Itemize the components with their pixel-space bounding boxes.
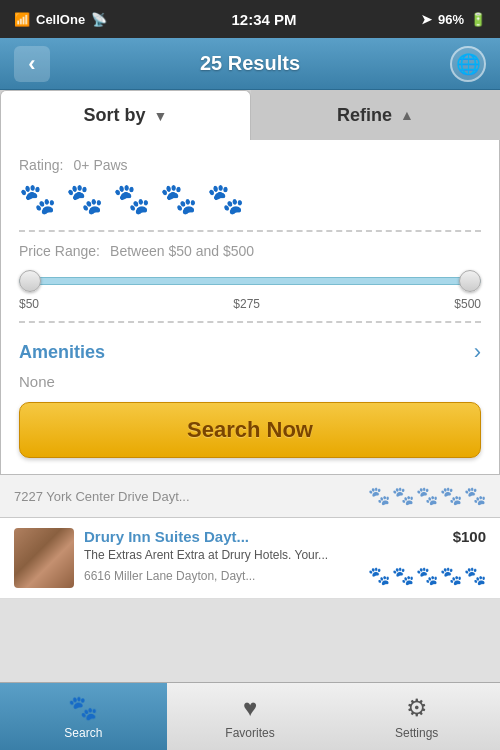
tab-bar: 🐾 Search ♥ Favorites ⚙ Settings	[0, 682, 500, 750]
amenities-label: Amenities	[19, 342, 105, 363]
paw-tab-icon: 🐾	[68, 694, 98, 722]
location-icon: ➤	[421, 12, 432, 27]
amenities-chevron-icon: ›	[474, 339, 481, 365]
price-range-label: Price Range: Between $50 and $500	[19, 242, 481, 259]
result-price: $100	[453, 528, 486, 545]
result-thumbnail	[14, 528, 74, 588]
back-button[interactable]: ‹	[14, 46, 50, 82]
result-description: The Extras Arent Extra at Drury Hotels. …	[84, 548, 486, 562]
gear-icon: ⚙	[406, 694, 428, 722]
divider-1	[19, 230, 481, 232]
chevron-up-icon: ▲	[400, 107, 414, 123]
tab-favorites-label: Favorites	[225, 726, 274, 740]
filter-panel: Rating: 0+ Paws 🐾 🐾 🐾 🐾 🐾 Price Range: B…	[0, 140, 500, 475]
paw-1[interactable]: 🐾	[19, 181, 56, 216]
price-min-label: $50	[19, 297, 39, 311]
signal-icon: 📶	[14, 12, 30, 27]
page-title: 25 Results	[200, 52, 300, 75]
result-row-drury[interactable]: Drury Inn Suites Dayt... $100 The Extras…	[0, 518, 500, 599]
tab-sort-by[interactable]: Sort by ▼	[0, 90, 251, 140]
wifi-icon: 📡	[91, 12, 107, 27]
paw-rating-row[interactable]: 🐾 🐾 🐾 🐾 🐾	[19, 181, 481, 216]
paw-3[interactable]: 🐾	[113, 181, 150, 216]
status-battery: ➤ 96% 🔋	[421, 12, 486, 27]
amenities-row[interactable]: Amenities ›	[19, 333, 481, 371]
paw-2[interactable]: 🐾	[66, 181, 103, 216]
slider-thumb-right[interactable]	[459, 270, 481, 292]
status-carrier: 📶 CellOne 📡	[14, 12, 107, 27]
back-arrow-icon: ‹	[28, 51, 35, 77]
result-address: 6616 Miller Lane Dayton, Dayt...	[84, 569, 255, 583]
tab-refine[interactable]: Refine ▲	[251, 90, 500, 140]
paw-mini-row-faded: 🐾 🐾 🐾 🐾 🐾	[368, 485, 486, 507]
filter-tabs: Sort by ▼ Refine ▲	[0, 90, 500, 140]
result-address-faded: 7227 York Center Drive Dayt...	[14, 489, 368, 504]
paw-4[interactable]: 🐾	[160, 181, 197, 216]
tab-settings-label: Settings	[395, 726, 438, 740]
chevron-down-icon: ▼	[154, 108, 168, 124]
divider-2	[19, 321, 481, 323]
slider-track	[19, 277, 481, 285]
price-max-label: $500	[454, 297, 481, 311]
price-slider[interactable]	[19, 269, 481, 293]
battery-icon: 🔋	[470, 12, 486, 27]
search-now-button[interactable]: Search Now	[19, 402, 481, 458]
result-row-faded: 7227 York Center Drive Dayt... 🐾 🐾 🐾 🐾 🐾	[0, 475, 500, 518]
result-info: Drury Inn Suites Dayt... $100 The Extras…	[84, 528, 486, 587]
price-mid-label: $275	[233, 297, 260, 311]
rating-label: Rating: 0+ Paws	[19, 156, 481, 173]
tab-settings[interactable]: ⚙ Settings	[333, 683, 500, 750]
globe-button[interactable]: 🌐	[450, 46, 486, 82]
result-paw-row: 🐾 🐾 🐾 🐾 🐾	[368, 565, 486, 587]
nav-bar: ‹ 25 Results 🌐	[0, 38, 500, 90]
amenities-value: None	[19, 373, 481, 390]
result-top-row: Drury Inn Suites Dayt... $100	[84, 528, 486, 545]
tab-search-label: Search	[64, 726, 102, 740]
heart-icon: ♥	[243, 694, 257, 722]
status-time: 12:34 PM	[232, 11, 297, 28]
globe-icon: 🌐	[456, 52, 481, 76]
result-name: Drury Inn Suites Dayt...	[84, 528, 249, 545]
status-bar: 📶 CellOne 📡 12:34 PM ➤ 96% 🔋	[0, 0, 500, 38]
tab-favorites[interactable]: ♥ Favorites	[167, 683, 334, 750]
paw-5[interactable]: 🐾	[207, 181, 244, 216]
slider-thumb-left[interactable]	[19, 270, 41, 292]
price-range-labels: $50 $275 $500	[19, 297, 481, 311]
tab-search[interactable]: 🐾 Search	[0, 683, 167, 750]
